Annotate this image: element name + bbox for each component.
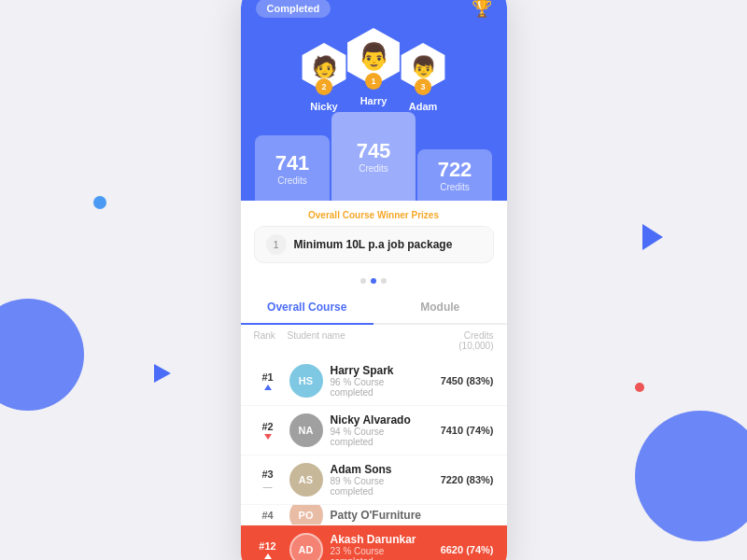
bg-dot-left xyxy=(93,196,106,209)
rank-2: #2 xyxy=(261,421,273,432)
rank-3: #3 xyxy=(261,469,273,480)
prize-num: 1 xyxy=(266,234,287,255)
arrow-up-icon xyxy=(264,385,272,390)
second-avatar: 🧑 2 xyxy=(300,43,348,91)
rank-1: #1 xyxy=(261,371,273,383)
student-row: #3 — AS Adam Sons 89 % Course completed … xyxy=(241,455,507,505)
student-name-1: Harry Spark xyxy=(331,364,426,377)
student-info-1: Harry Spark 96 % Course completed xyxy=(331,364,426,398)
th-credits: Credits (10,000) xyxy=(429,330,494,351)
third-credits: 722 xyxy=(438,158,472,182)
rank-col-2: #2 xyxy=(254,421,282,440)
third-rank-badge: 3 xyxy=(415,78,431,95)
podium-blocks: 741 Credits 745 Credits 722 Credits xyxy=(241,112,507,201)
bg-circle-left xyxy=(0,299,84,411)
third-name: Adam xyxy=(409,101,438,112)
first-avatar: 👨 1 xyxy=(345,28,402,86)
rank-col-3: #3 — xyxy=(254,469,282,492)
student-completion-highlighted: 23 % Course completed xyxy=(331,546,426,560)
student-list: #1 HS Harry Spark 96 % Course completed … xyxy=(241,357,507,560)
bg-circle-right xyxy=(635,411,747,541)
student-completion-3: 89 % Course completed xyxy=(331,476,426,497)
second-avatar-img: 🧑 xyxy=(312,57,337,77)
second-credits: 741 xyxy=(275,151,310,175)
bg-dot-right xyxy=(635,383,644,392)
first-credits-label: Credits xyxy=(359,163,388,174)
second-credits-label: Credits xyxy=(277,175,307,186)
avatar-4: PO xyxy=(289,505,323,525)
tab-module[interactable]: Module xyxy=(374,291,507,323)
student-info-2: Nicky Alvarado 94 % Course completed xyxy=(331,413,426,447)
third-avatar-img: 👦 xyxy=(411,57,436,77)
credits-1: 7450 (83%) xyxy=(433,375,494,386)
avatar-1: HS xyxy=(289,364,323,398)
prize-title: Overall Course Winner Prizes xyxy=(254,210,494,220)
student-completion-2: 94 % Course completed xyxy=(331,427,426,447)
first-block: 745 Credits xyxy=(331,112,416,201)
leaderboard-card: Completed 🏆 🧑 2 Nicky 👨 xyxy=(241,0,507,560)
student-row: #4 PO Patty O'Furniture xyxy=(241,505,507,525)
card-top: Completed 🏆 🧑 2 Nicky 👨 xyxy=(241,0,507,201)
credits-2: 7410 (74%) xyxy=(433,425,494,436)
arrow-up-icon-highlighted xyxy=(264,553,272,559)
avatar-2: NA xyxy=(289,413,323,447)
completed-badge: Completed xyxy=(256,0,331,18)
arrow-down-icon xyxy=(264,434,272,440)
second-block: 741 Credits xyxy=(255,135,330,201)
rank-4: #4 xyxy=(261,510,273,521)
student-row: #1 HS Harry Spark 96 % Course completed … xyxy=(241,357,507,406)
th-rank: Rank xyxy=(254,330,288,351)
first-credits: 745 xyxy=(357,139,391,163)
card-header: Completed 🏆 xyxy=(241,0,507,19)
third-place-person: 👦 3 Adam xyxy=(399,43,447,112)
dot-3[interactable] xyxy=(381,278,387,284)
th-student-name: Student name xyxy=(288,330,429,351)
second-rank-badge: 2 xyxy=(316,78,332,95)
student-name-4: Patty O'Furniture xyxy=(331,509,426,522)
student-completion-1: 96 % Course completed xyxy=(331,377,426,398)
tabs: Overall Course Module xyxy=(241,291,507,325)
student-info-4: Patty O'Furniture xyxy=(331,509,426,522)
rank-col-1: #1 xyxy=(254,371,282,390)
dot-1[interactable] xyxy=(360,278,366,284)
third-block: 722 Credits xyxy=(417,149,492,201)
prize-item: 1 Minimum 10L p.a job package xyxy=(254,226,494,263)
rank-dash: — xyxy=(263,482,273,492)
avatar-3: AS xyxy=(289,463,323,497)
student-name-2: Nicky Alvarado xyxy=(331,413,426,427)
dot-2[interactable] xyxy=(371,278,376,284)
student-info-3: Adam Sons 89 % Course completed xyxy=(331,463,426,497)
carousel-dots xyxy=(241,271,507,291)
rank-col-4: #4 xyxy=(254,510,282,521)
avatar-highlighted: AD xyxy=(289,533,323,560)
student-row: #2 NA Nicky Alvarado 94 % Course complet… xyxy=(241,406,507,455)
bg-triangle-right xyxy=(642,224,663,250)
first-avatar-img: 👨 xyxy=(358,44,390,70)
rank-col-highlighted: #12 xyxy=(254,540,282,559)
first-rank-badge: 1 xyxy=(365,73,382,90)
student-info-highlighted: Akash Darunkar 23 % Course completed xyxy=(331,533,426,560)
prize-text: Minimum 10L p.a job package xyxy=(294,238,453,251)
third-credits-label: Credits xyxy=(440,182,470,192)
prize-section: Overall Course Winner Prizes 1 Minimum 1… xyxy=(241,201,507,271)
first-place-person: 👨 1 Harry xyxy=(345,28,402,106)
rank-highlighted: #12 xyxy=(259,540,275,552)
second-name: Nicky xyxy=(310,101,337,112)
table-header: Rank Student name Credits (10,000) xyxy=(241,325,507,357)
second-place-person: 🧑 2 Nicky xyxy=(300,43,348,112)
podium-people: 🧑 2 Nicky 👨 1 Harry xyxy=(241,19,507,112)
trophy-icon: 🏆 xyxy=(472,0,492,19)
third-avatar: 👦 3 xyxy=(399,43,447,91)
credits-3: 7220 (83%) xyxy=(433,474,494,485)
bg-triangle-left xyxy=(154,364,171,383)
credits-highlighted: 6620 (74%) xyxy=(433,544,494,555)
student-name-3: Adam Sons xyxy=(331,463,426,476)
tab-overall-course[interactable]: Overall Course xyxy=(241,291,374,325)
first-name: Harry xyxy=(360,95,388,106)
student-name-highlighted: Akash Darunkar xyxy=(331,533,426,546)
highlighted-student-row: #12 AD Akash Darunkar 23 % Course comple… xyxy=(241,525,507,560)
